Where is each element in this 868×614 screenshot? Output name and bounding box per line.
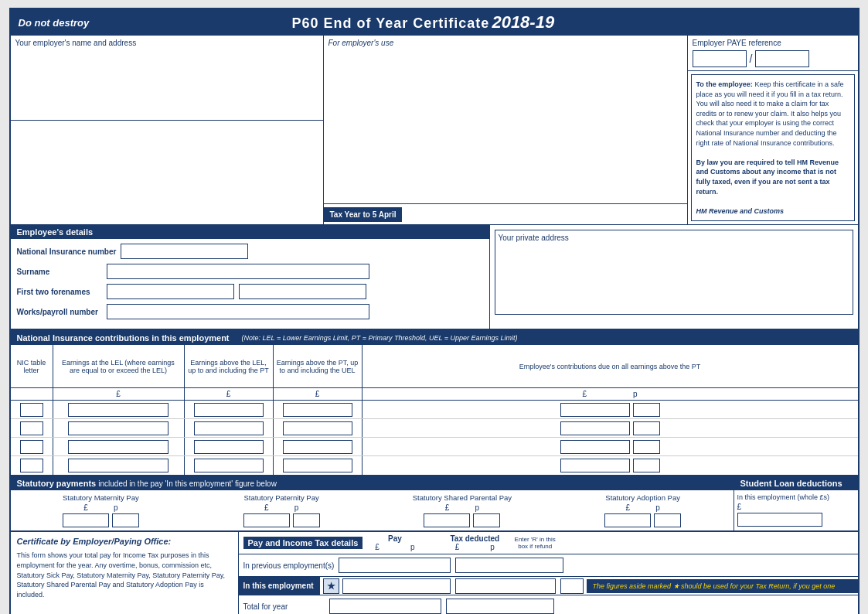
ni-label: National Insurance number — [17, 247, 117, 256]
surname-row: Surname — [17, 264, 483, 279]
maternity-input[interactable] — [63, 513, 109, 527]
right-section: Employer PAYE reference / To the employe… — [688, 36, 858, 224]
prev-tax-input[interactable] — [455, 558, 563, 573]
adoption-pound: £ — [626, 503, 631, 512]
nic-earn1-2[interactable] — [68, 421, 168, 435]
pay-header: Pay — [388, 534, 402, 543]
do-not-destroy: Do not destroy — [19, 17, 90, 29]
employee-details-body: National Insurance number Surname First … — [11, 239, 489, 329]
private-address-box: Your private address — [495, 230, 853, 315]
nic-earn2-1[interactable] — [194, 403, 264, 417]
nic-earn3-3[interactable] — [283, 440, 352, 454]
paternity-col: Statutory Paternity Pay £ p — [194, 493, 369, 527]
nic-row-1 — [11, 401, 858, 419]
forename2-input[interactable] — [239, 284, 366, 299]
adoption-col: Statutory Adoption Pay £ p — [556, 493, 730, 527]
tax-deducted-header: Tax deducted — [450, 534, 499, 543]
nic-contrib-1[interactable] — [560, 403, 630, 417]
paternity-input[interactable] — [243, 513, 290, 527]
pay-p-header: p — [410, 543, 415, 551]
nic-earn1-1[interactable] — [68, 403, 168, 417]
total-pay-input[interactable] — [329, 599, 441, 614]
adoption-p: p — [655, 503, 660, 512]
certificate-col: Certificate by Employer/Paying Office: T… — [11, 532, 239, 614]
nic-letter-3[interactable] — [20, 440, 43, 454]
nic-earn3-2[interactable] — [283, 421, 352, 435]
paternity-p-input[interactable] — [293, 513, 320, 527]
student-loan-input[interactable] — [737, 513, 822, 527]
nic-earn2-2[interactable] — [194, 421, 264, 435]
student-loan-section: Student Loan deductions In this employme… — [734, 476, 858, 530]
statutory-section: Statutory payments included in the pay '… — [11, 475, 858, 530]
title-block: P60 End of Year Certificate 2018-19 — [292, 12, 555, 32]
works-payroll-input[interactable] — [107, 304, 369, 319]
shared-p: p — [475, 503, 479, 512]
statutory-left: Statutory payments included in the pay '… — [11, 476, 734, 530]
nic-earn1-3[interactable] — [68, 440, 168, 454]
paye-input-right[interactable] — [755, 50, 809, 67]
private-address-col: Your private address — [490, 225, 858, 329]
this-emp-tax-input[interactable] — [455, 578, 556, 594]
nic-contrib-p-1[interactable] — [633, 403, 660, 417]
nic-earn3-4[interactable] — [283, 459, 352, 472]
nic-earn3-1[interactable] — [283, 403, 352, 417]
surname-input[interactable] — [107, 264, 369, 279]
header-bar: Do not destroy P60 End of Year Certifica… — [11, 9, 858, 36]
tax-year-label: Tax Year to 5 April — [324, 207, 403, 222]
nic-contrib-p-4[interactable] — [633, 459, 660, 472]
r-box[interactable] — [560, 578, 584, 594]
adoption-label: Statutory Adoption Pay — [605, 493, 680, 502]
title-year: 2018-19 — [492, 12, 554, 32]
nic-title: National Insurance contributions in this… — [11, 331, 236, 345]
nic-letter-1[interactable] — [20, 403, 43, 417]
paye-input-left[interactable] — [693, 50, 747, 67]
prev-pay-input[interactable] — [339, 558, 451, 573]
nic-earn1-4[interactable] — [68, 459, 168, 472]
nic-col-headers: NIC table letter Earnings at the LEL (wh… — [11, 345, 858, 388]
private-address-label: Your private address — [499, 234, 849, 242]
adoption-p-input[interactable] — [654, 513, 681, 527]
maternity-col: Statutory Maternity Pay £ p — [14, 493, 189, 527]
hmrc-label: HM Revenue and Customs — [696, 207, 785, 215]
tax-year-row: Tax Year to 5 April — [324, 203, 687, 224]
employee-section: Employee's details National Insurance nu… — [11, 225, 858, 329]
paye-slash: / — [750, 53, 753, 65]
nic-pound4: £ — [274, 388, 363, 400]
maternity-p: p — [114, 503, 118, 512]
nic-contrib-3[interactable] — [560, 440, 630, 454]
shared-input[interactable] — [424, 513, 470, 527]
adoption-input[interactable] — [604, 513, 651, 527]
student-loan-sublabel: In this employment (whole £s) — [737, 493, 855, 501]
nic-data-rows — [11, 401, 858, 475]
forename1-input[interactable] — [107, 284, 234, 299]
ni-number-input[interactable] — [121, 244, 248, 259]
this-emp-pay-input[interactable] — [342, 578, 451, 594]
paye-ref-label: Employer PAYE reference — [693, 39, 853, 47]
shared-p-input[interactable] — [473, 513, 500, 527]
tax-year-input[interactable] — [402, 204, 686, 224]
nic-row-4 — [11, 456, 858, 475]
nic-contrib-p-2[interactable] — [633, 421, 660, 435]
this-employment-label: In this employment — [239, 577, 320, 595]
shared-parental-label: Statutory Shared Parental Pay — [413, 493, 512, 502]
nic-contrib-p-3[interactable] — [633, 440, 660, 454]
nic-earn2-3[interactable] — [194, 440, 264, 454]
nic-contrib-2[interactable] — [560, 421, 630, 435]
maternity-p-input[interactable] — [112, 513, 139, 527]
total-label: Total for year — [243, 602, 325, 611]
enter-r-label: Enter 'R' in this box if refund — [512, 536, 558, 550]
employer-name-section: Your employer's name and address — [11, 36, 324, 224]
student-loan-content: In this employment (whole £s) £ — [734, 490, 858, 530]
surname-label: Surname — [17, 268, 102, 276]
prev-employment-label: In previous employment(s) — [243, 561, 335, 570]
nic-letter-4[interactable] — [20, 459, 43, 472]
top-area: Your employer's name and address For emp… — [11, 36, 858, 225]
nic-letter-2[interactable] — [20, 421, 43, 435]
total-tax-input[interactable] — [446, 599, 554, 614]
nic-earn2-4[interactable] — [194, 459, 264, 472]
pay-title: Pay and Income Tax details — [243, 537, 363, 549]
nic-contrib-4[interactable] — [560, 459, 630, 472]
nic-note: (Note: LEL = Lower Earnings Limit, PT = … — [236, 332, 524, 344]
star-marker: ★ — [323, 578, 339, 594]
bold-info-text: By law you are required to tell HM Reven… — [696, 159, 839, 196]
